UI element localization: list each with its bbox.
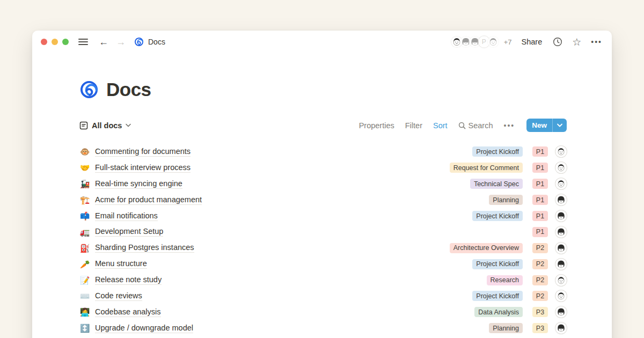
doc-type-tag[interactable]: Project Kickoff — [472, 211, 523, 221]
doc-row[interactable]: 🤝 Full-stack interview process Request f… — [79, 160, 567, 176]
priority-badge[interactable]: P1 — [532, 195, 548, 205]
titlebar-page-title: Docs — [148, 38, 165, 46]
doc-title-link[interactable]: Sharding Postgres instances — [95, 243, 194, 253]
assignee-avatar[interactable] — [555, 162, 567, 173]
assignee-avatar[interactable] — [555, 210, 567, 222]
favorite-star-icon[interactable]: ☆ — [572, 37, 581, 47]
doc-title-link[interactable]: Full-stack interview process — [95, 163, 191, 173]
doc-row[interactable]: 🚛 Development Setup P1 — [79, 224, 567, 240]
doc-title-link[interactable]: Code reviews — [95, 291, 142, 301]
doc-type-tag[interactable]: Data Analysis — [474, 307, 523, 317]
docs-page: Docs All docs Properties Filter So — [32, 53, 612, 338]
assignee-avatar[interactable] — [555, 306, 567, 318]
sort-button[interactable]: Sort — [433, 121, 448, 130]
page-header: Docs — [79, 79, 567, 100]
monkey-face-emoji: 🐵 — [79, 148, 90, 156]
page-title: Docs — [106, 79, 151, 100]
priority-badge[interactable]: P2 — [532, 243, 548, 253]
assignee-avatar[interactable] — [555, 178, 567, 189]
assignee-avatar[interactable] — [555, 275, 567, 286]
minimize-window-button[interactable] — [52, 39, 58, 45]
history-clock-icon[interactable] — [553, 37, 562, 47]
filter-button[interactable]: Filter — [405, 121, 422, 130]
search-button[interactable]: Search — [458, 121, 493, 130]
doc-title-link[interactable]: Release note study — [95, 275, 162, 285]
assignee-avatar[interactable] — [555, 194, 567, 205]
doc-row[interactable]: 🥕 Menu structure Project Kickoff P2 — [79, 256, 567, 272]
titlebar-more-icon[interactable]: ••• — [591, 38, 602, 46]
doc-row[interactable]: 👩‍💻 Codebase analysis Data Analysis P3 — [79, 304, 567, 320]
close-window-button[interactable] — [41, 39, 47, 45]
keyboard-emoji: ⌨️ — [79, 292, 90, 300]
doc-type-tag[interactable]: Planning — [489, 323, 523, 333]
doc-row[interactable]: 📫 Email notifications Project Kickoff P1 — [79, 208, 567, 224]
carrot-emoji: 🥕 — [79, 260, 90, 268]
doc-row[interactable]: 🏗️ Acme for product management Planning … — [79, 192, 567, 208]
zoom-window-button[interactable] — [62, 39, 69, 45]
locomotive-emoji: 🚂 — [79, 180, 90, 188]
priority-badge[interactable]: P1 — [532, 146, 548, 157]
priority-badge[interactable]: P3 — [532, 307, 548, 317]
doc-row[interactable]: ⌨️ Code reviews Project Kickoff P2 — [79, 288, 567, 304]
collaborator-avatar[interactable] — [487, 35, 500, 48]
doc-type-tag[interactable]: Project Kickoff — [472, 259, 523, 269]
assignee-avatar[interactable] — [555, 243, 567, 254]
desktop-background: ← → Docs — [0, 0, 644, 338]
priority-badge[interactable]: P1 — [532, 211, 548, 221]
assignee-avatar[interactable] — [555, 146, 567, 157]
window-controls — [41, 39, 69, 45]
doc-row[interactable]: ⛽ Sharding Postgres instances Architectu… — [79, 240, 567, 256]
assignee-avatar[interactable] — [555, 226, 567, 238]
priority-badge[interactable]: P3 — [532, 323, 548, 333]
doc-row[interactable]: 🚂 Real-time syncing engine Technical Spe… — [79, 176, 567, 192]
collaborator-avatar-stack[interactable]: P — [450, 35, 500, 48]
doc-type-tag[interactable]: Request for Comment — [450, 163, 523, 173]
doc-title-link[interactable]: Upgrade / downgrade model — [95, 324, 193, 333]
chevron-down-icon — [126, 123, 131, 127]
sidebar-toggle-icon[interactable] — [78, 39, 88, 45]
doc-row[interactable]: ↕️ Upgrade / downgrade model Planning P3 — [79, 320, 567, 336]
fuel-pump-emoji: ⛽ — [79, 244, 90, 252]
assignee-avatar[interactable] — [555, 259, 567, 270]
priority-badge[interactable]: P1 — [532, 163, 548, 173]
search-label: Search — [469, 121, 493, 130]
doc-type-tag[interactable]: Project Kickoff — [472, 146, 523, 157]
doc-type-tag[interactable]: Research — [487, 275, 523, 285]
titlebar: ← → Docs — [32, 31, 612, 53]
app-logo-spiral-icon — [134, 37, 144, 47]
doc-type-tag[interactable]: Planning — [489, 195, 523, 205]
doc-row[interactable]: 📝 Release note study Research P2 — [79, 272, 567, 288]
priority-badge[interactable]: P1 — [532, 227, 548, 237]
doc-type-tag[interactable]: Technical Spec — [470, 179, 523, 189]
doc-title-link[interactable]: Acme for product management — [95, 195, 202, 205]
assignee-avatar[interactable] — [555, 290, 567, 302]
doc-title-link[interactable]: Codebase analysis — [95, 307, 161, 317]
forward-arrow-icon[interactable]: → — [116, 37, 126, 47]
truck-emoji: 🚛 — [79, 228, 90, 236]
share-button[interactable]: Share — [522, 38, 543, 46]
doc-type-tag[interactable]: Architecture Overview — [450, 243, 523, 253]
doc-title-link[interactable]: Email notifications — [95, 211, 158, 221]
doc-type-tag[interactable]: Project Kickoff — [472, 291, 523, 301]
back-arrow-icon[interactable]: ← — [99, 37, 108, 47]
doc-row[interactable]: 🐵 Commenting for documents Project Kicko… — [79, 144, 567, 160]
assignee-avatar[interactable] — [555, 322, 567, 334]
mailbox-emoji: 📫 — [79, 212, 90, 220]
priority-badge[interactable]: P1 — [532, 179, 548, 189]
new-doc-button[interactable]: New — [526, 119, 567, 132]
doc-title-link[interactable]: Development Setup — [95, 227, 163, 237]
priority-badge[interactable]: P2 — [532, 291, 548, 301]
doc-title-link[interactable]: Menu structure — [95, 259, 147, 269]
memo-emoji: 📝 — [79, 276, 90, 284]
doc-title-link[interactable]: Commenting for documents — [95, 147, 191, 157]
priority-badge[interactable]: P2 — [532, 259, 548, 269]
document-list-icon — [79, 121, 88, 130]
new-button-chevron-icon[interactable] — [553, 123, 567, 127]
properties-button[interactable]: Properties — [359, 121, 394, 130]
toolbar-more-icon[interactable]: ••• — [504, 121, 515, 130]
view-switcher[interactable]: All docs — [79, 121, 131, 130]
avatar-overflow-count[interactable]: +7 — [504, 38, 512, 46]
doc-title-link[interactable]: Real-time syncing engine — [95, 179, 182, 189]
priority-badge[interactable]: P2 — [532, 275, 548, 285]
app-window: ← → Docs — [32, 31, 612, 338]
